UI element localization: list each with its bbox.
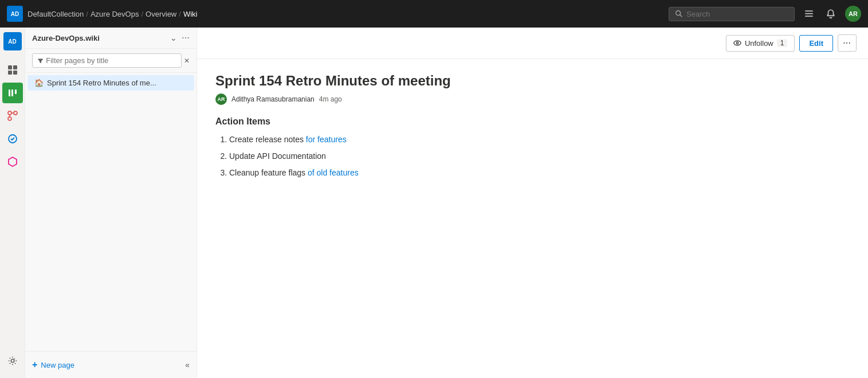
- filter-icon: [37, 57, 44, 64]
- unfollow-button[interactable]: Unfollow 1: [726, 35, 795, 52]
- rail-item-overview[interactable]: AD: [3, 32, 22, 50]
- svg-point-19: [734, 41, 741, 45]
- breadcrumb-item-2[interactable]: Overview: [146, 10, 176, 18]
- sidebar-chevron-down-icon[interactable]: ⌄: [170, 33, 177, 42]
- tree-item-0[interactable]: 🏠 Sprint 154 Retro Minutes of me...: [28, 75, 194, 91]
- svg-line-1: [680, 15, 682, 17]
- icon-rail: AD: [0, 28, 25, 378]
- content-actions: Unfollow 1 Edit ⋯: [726, 34, 857, 52]
- user-avatar[interactable]: AR: [845, 6, 861, 22]
- svg-rect-6: [13, 65, 17, 69]
- svg-point-18: [11, 359, 14, 362]
- svg-rect-2: [805, 10, 813, 11]
- sidebar-tree: 🏠 Sprint 154 Retro Minutes of me...: [25, 73, 197, 351]
- page-title: Sprint 154 Retro Minutes of meeting: [215, 73, 850, 89]
- action-item-1-text: Update API Documentation: [229, 151, 326, 161]
- breadcrumb-item-1[interactable]: Azure DevOps: [91, 10, 139, 18]
- breadcrumb-sep-2: /: [179, 10, 181, 18]
- filter-input[interactable]: [46, 56, 176, 65]
- svg-rect-11: [15, 89, 17, 94]
- plus-icon: +: [32, 360, 37, 370]
- action-items-list: Create release notes for features Update…: [215, 134, 850, 179]
- svg-rect-8: [13, 71, 17, 75]
- filter-row: ✕: [25, 49, 197, 73]
- app-logo[interactable]: AD: [7, 6, 23, 22]
- filter-clear-icon[interactable]: ✕: [184, 57, 190, 65]
- sidebar-header: Azure-DevOps.wiki ⌄ ⋯: [25, 28, 197, 49]
- filter-input-wrap: [32, 53, 182, 68]
- author-avatar: AR: [215, 93, 227, 105]
- svg-point-12: [8, 111, 11, 115]
- rail-item-testplans[interactable]: [2, 128, 23, 149]
- rail-item-settings[interactable]: [2, 350, 23, 371]
- svg-point-13: [14, 111, 17, 115]
- svg-point-14: [8, 117, 11, 120]
- page-meta: AR Adithya Ramasubramanian 4m ago: [215, 93, 850, 105]
- breadcrumb-sep-1: /: [141, 10, 143, 18]
- main-layout: AD Azure-DevOps.wiki: [0, 28, 868, 378]
- svg-rect-7: [8, 71, 12, 75]
- ellipsis-icon: ⋯: [843, 38, 851, 48]
- search-input[interactable]: [686, 10, 788, 18]
- sidebar-wiki-name[interactable]: Azure-DevOps.wiki: [32, 34, 166, 42]
- author-name: Adithya Ramasubramanian: [231, 95, 315, 103]
- edit-button[interactable]: Edit: [799, 35, 833, 52]
- tree-item-label-0: Sprint 154 Retro Minutes of me...: [47, 79, 156, 87]
- svg-rect-9: [9, 89, 10, 96]
- svg-point-0: [676, 11, 681, 15]
- search-icon: [675, 10, 683, 18]
- new-page-label: New page: [41, 361, 74, 369]
- svg-rect-4: [805, 15, 813, 17]
- action-item-2: Cleanup feature flags of old features: [229, 167, 850, 179]
- breadcrumb-current: Wiki: [183, 10, 198, 18]
- section-heading: Action Items: [215, 116, 850, 127]
- content-toolbar: Unfollow 1 Edit ⋯: [197, 28, 868, 59]
- sidebar-footer: + New page «: [25, 351, 197, 378]
- svg-rect-10: [11, 89, 13, 96]
- list-icon-button[interactable]: [802, 6, 816, 21]
- rail-item-repos[interactable]: [2, 83, 23, 103]
- top-bar: AD DefaultCollection / Azure DevOps / Ov…: [0, 0, 868, 28]
- breadcrumb-item-0[interactable]: DefaultCollection: [28, 10, 84, 18]
- top-bar-right: AR: [669, 6, 861, 22]
- more-options-button[interactable]: ⋯: [838, 34, 857, 52]
- tree-item-home-icon: 🏠: [34, 79, 44, 87]
- unfollow-count: 1: [777, 39, 788, 47]
- breadcrumb: DefaultCollection / Azure DevOps / Overv…: [28, 10, 664, 18]
- collapse-sidebar-icon[interactable]: «: [185, 360, 190, 369]
- rail-item-artifacts[interactable]: [2, 151, 23, 172]
- content-area: Unfollow 1 Edit ⋯ Sprint 154 Retro Minut…: [197, 28, 868, 378]
- sidebar-more-icon[interactable]: ⋯: [182, 33, 190, 42]
- svg-point-20: [736, 42, 739, 44]
- rail-item-boards[interactable]: [2, 60, 23, 80]
- eye-icon: [733, 39, 741, 47]
- new-page-button[interactable]: + New page: [32, 357, 74, 372]
- bell-icon-button[interactable]: [823, 6, 838, 21]
- search-box[interactable]: [669, 7, 795, 21]
- action-item-0-link[interactable]: for features: [306, 135, 347, 144]
- rail-item-pipelines[interactable]: [2, 106, 23, 126]
- unfollow-label: Unfollow: [745, 39, 773, 48]
- action-item-0: Create release notes for features: [229, 134, 850, 146]
- action-item-1: Update API Documentation: [229, 150, 850, 162]
- action-item-2-link[interactable]: of old features: [308, 168, 359, 177]
- svg-rect-3: [805, 13, 813, 14]
- sidebar: Azure-DevOps.wiki ⌄ ⋯ ✕ 🏠 Sprint 154 Ret…: [25, 28, 197, 378]
- content-body: Sprint 154 Retro Minutes of meeting AR A…: [197, 59, 868, 378]
- page-timestamp: 4m ago: [319, 95, 342, 103]
- breadcrumb-sep-0: /: [86, 10, 88, 18]
- svg-rect-5: [8, 65, 12, 69]
